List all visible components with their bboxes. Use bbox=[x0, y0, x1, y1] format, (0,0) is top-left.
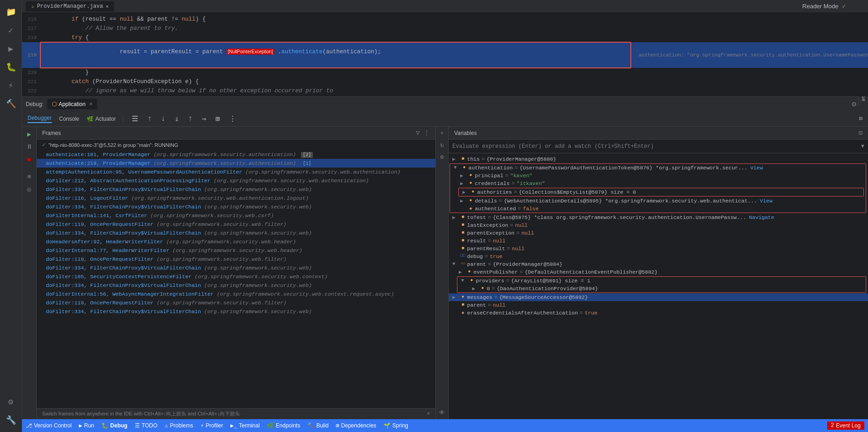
var-details[interactable]: ▶ ● details = {WebAuthenticationDetails@… bbox=[450, 197, 866, 205]
more-settings-btn[interactable]: ⋮ bbox=[228, 113, 237, 124]
expand-all-vars-icon[interactable]: ⊡ bbox=[859, 129, 862, 137]
var-providers[interactable]: ▼ ● providers = {ArrayList@5891} size = … bbox=[457, 277, 866, 285]
frame-item-14[interactable]: doFilter:105, SecurityContextPersistence… bbox=[37, 272, 435, 281]
eval-placeholder[interactable]: Evaluate expression (Enter) or add a wat… bbox=[452, 143, 654, 150]
run-to-cursor-btn[interactable]: ⇒ bbox=[201, 113, 207, 124]
step-out-btn[interactable]: ↑ bbox=[187, 114, 194, 124]
var-debug[interactable]: ▶ □□ debug = true bbox=[449, 252, 868, 260]
build-tool-btn[interactable]: 🔨 bbox=[3, 95, 19, 112]
frame-item-18[interactable]: doFilter:334, FilterChainProxy$VirtualFi… bbox=[37, 307, 435, 316]
dependencies-btn[interactable]: ⊞ Dependencies bbox=[336, 422, 376, 429]
var-parentresult[interactable]: ▶ ■ parentResult = null bbox=[449, 245, 868, 252]
expand-btn[interactable]: ⊡ bbox=[859, 115, 862, 122]
eval-expand-icon[interactable]: ▼ bbox=[861, 143, 864, 150]
var-authorities[interactable]: ▶ ● authorities = {Collections$EmptyList… bbox=[459, 188, 863, 196]
application-session-tab[interactable]: ⬡ Application ✕ bbox=[47, 99, 98, 109]
frame-item-0[interactable]: authenticate:181, ProviderManager (org.s… bbox=[37, 150, 435, 159]
todo-btn[interactable]: ☰ TODO bbox=[135, 422, 157, 429]
problems-btn[interactable]: ⚠ Problems bbox=[165, 422, 193, 429]
settings-icon[interactable]: ⚙ bbox=[852, 100, 857, 109]
run-btn[interactable]: ▶ Run bbox=[79, 422, 94, 429]
run-tool-btn[interactable]: ▶ bbox=[3, 40, 19, 57]
restore-watches-btn[interactable]: ↻ bbox=[438, 140, 447, 150]
frame-item-3[interactable]: doFilter:212, AbstractAuthenticationProc… bbox=[37, 176, 435, 185]
var-parent[interactable]: ▼ ○○ parent = {ProviderManager@5884} bbox=[449, 260, 868, 268]
settings-vars-btn[interactable]: ⚙ bbox=[438, 152, 447, 162]
profiler-btn[interactable]: ⚡ Profiler bbox=[200, 422, 223, 429]
project-tool-btn[interactable]: 📁 bbox=[3, 4, 19, 20]
var-provider-0[interactable]: ▶ ● 0 = {DaoAuthenticationProvider@5894} bbox=[457, 285, 866, 292]
var-authenticated[interactable]: ▶ ◆ authenticated = false bbox=[450, 205, 866, 213]
commit-tool-btn[interactable]: ✓ bbox=[3, 22, 19, 39]
filter-frames-icon[interactable]: ▽ bbox=[416, 129, 420, 137]
frame-item-2[interactable]: attemptAuthentication:95, UsernamePasswo… bbox=[37, 168, 435, 176]
debugger-tab[interactable]: Debugger bbox=[28, 115, 52, 123]
var-credentials[interactable]: ▶ ● credentials = "itkaven" bbox=[450, 180, 866, 187]
console-tab[interactable]: Console bbox=[59, 116, 79, 122]
force-step-into-btn[interactable]: ⇓ bbox=[174, 113, 180, 124]
pause-btn[interactable]: ⏸ bbox=[24, 141, 35, 152]
frame-item-17[interactable]: doFilter:119, OncePerRequestFilter (org.… bbox=[37, 298, 435, 307]
var-principal[interactable]: ▶ ● principal = "kaven" bbox=[450, 172, 866, 180]
frame-item-8[interactable]: doFilter:119, OncePerRequestFilter (org.… bbox=[37, 220, 435, 229]
frame-item-4[interactable]: doFilter:334, FilterChainProxy$VirtualFi… bbox=[37, 185, 435, 194]
var-erasecredentials[interactable]: ▶ ◆ eraseCredentialsAfterAuthentication … bbox=[449, 309, 868, 317]
frame-item-15[interactable]: doFilter:334, FilterChainProxy$VirtualFi… bbox=[37, 281, 435, 290]
frame-item-6[interactable]: doFilter:334, FilterChainProxy$VirtualFi… bbox=[37, 202, 435, 211]
frame-item-10[interactable]: doHeadersAfter:92, HeaderWriterFilter (o… bbox=[37, 237, 435, 246]
frame-item-5[interactable]: doFilter:116, LogoutFilter (org.springfr… bbox=[37, 194, 435, 202]
profiler-tool-btn[interactable]: ⚡ bbox=[3, 77, 19, 94]
var-icon-parentexception: ■ bbox=[460, 230, 466, 235]
mute-breakpoints-btn[interactable]: ⊗ bbox=[24, 171, 35, 182]
var-lastexception[interactable]: ▶ ■ lastException = null bbox=[449, 221, 868, 229]
frame-item-12[interactable]: doFilter:119, OncePerRequestFilter (org.… bbox=[37, 255, 435, 264]
var-totest[interactable]: ▶ ■ toTest = {Class@5875} *class org.spr… bbox=[449, 213, 868, 221]
evaluate-btn[interactable]: ⊞ bbox=[215, 113, 221, 124]
frames-header-right: ▽ ⋮ bbox=[416, 129, 430, 137]
spring-btn[interactable]: 🌱 Spring bbox=[384, 422, 408, 429]
eye-icon-btn[interactable]: 👁 bbox=[438, 408, 447, 417]
view-details-link[interactable]: View bbox=[760, 198, 773, 204]
view-authentication-link[interactable]: View bbox=[750, 165, 763, 171]
version-control-btn[interactable]: ⎇ Version Control bbox=[26, 422, 72, 429]
frame-item-11[interactable]: doFilterInternal:77, HeaderWriterFilter … bbox=[37, 246, 435, 255]
var-parent-null[interactable]: ▶ ■ parent = null bbox=[449, 301, 868, 309]
step-into-btn[interactable]: ↓ bbox=[160, 114, 167, 124]
frame-item-1[interactable]: authenticate:219, ProviderManager (org.s… bbox=[37, 159, 435, 168]
close-tab-icon[interactable]: ✕ bbox=[106, 4, 109, 9]
reader-mode-label[interactable]: Reader Mode bbox=[802, 3, 839, 10]
provider-manager-tab[interactable]: ☕ ProviderManager.java ✕ bbox=[26, 1, 114, 11]
var-this[interactable]: ▶ ■ this = {ProviderManager@5880} bbox=[449, 155, 868, 163]
settings-tool-btn[interactable]: ⚙ bbox=[3, 393, 19, 410]
debug-status-btn[interactable]: 🐛 Debug bbox=[101, 422, 127, 429]
stop-btn[interactable]: ■ bbox=[24, 154, 35, 165]
actuator-tab[interactable]: 🌿 Actuator bbox=[87, 116, 116, 122]
reader-mode-check[interactable]: ✓ bbox=[842, 2, 846, 10]
var-authentication[interactable]: ▼ ● authentication = {UsernamePasswordAu… bbox=[450, 164, 866, 172]
endpoints-btn[interactable]: 🌿 Endpoints bbox=[267, 422, 300, 429]
frame-item-9[interactable]: doFilter:334, FilterChainProxy$VirtualFi… bbox=[37, 229, 435, 237]
frame-item-16[interactable]: doFilterInternal:56, WebAsyncManagerInte… bbox=[37, 290, 435, 298]
more-frames-icon[interactable]: ⋮ bbox=[423, 129, 430, 137]
frame-item-13[interactable]: doFilter:334, FilterChainProxy$VirtualFi… bbox=[37, 264, 435, 272]
close-footer-icon[interactable]: ✕ bbox=[427, 410, 430, 416]
var-eventpublisher[interactable]: ▶ ● eventPublisher = {DefaultAuthenticat… bbox=[449, 268, 868, 276]
terminal-btn[interactable]: ▶_ Terminal bbox=[230, 422, 260, 429]
eval-bar[interactable]: Evaluate expression (Enter) or add a wat… bbox=[449, 140, 868, 153]
var-result[interactable]: ▶ ■ result = null bbox=[449, 237, 868, 245]
event-log-btn[interactable]: 2 Event Log bbox=[827, 421, 864, 430]
build-btn[interactable]: 🔨 Build bbox=[307, 422, 328, 429]
frames-list[interactable]: authenticate:181, ProviderManager (org.s… bbox=[37, 150, 435, 408]
var-messages[interactable]: ▶ ● messages = {MessageSourceAccessor@58… bbox=[449, 293, 868, 301]
debug-tool-btn[interactable]: 🐛 bbox=[3, 59, 19, 75]
view-breakpoints-btn[interactable]: ◎ bbox=[24, 184, 35, 195]
step-over-btn[interactable]: ↑ bbox=[146, 114, 153, 124]
frame-item-7[interactable]: doFilterInternal:141, CsrfFilter (org.sp… bbox=[37, 211, 435, 220]
var-parentexception[interactable]: ▶ ■ parentException = null bbox=[449, 229, 868, 237]
plugins-tool-btn[interactable]: 🔧 bbox=[3, 412, 19, 428]
navigate-totest-link[interactable]: Navigate bbox=[749, 214, 774, 220]
show-frames-btn[interactable]: ☰ bbox=[131, 113, 139, 124]
add-watch-btn[interactable]: + bbox=[438, 129, 447, 138]
session-close-icon[interactable]: ✕ bbox=[89, 101, 93, 107]
resume-btn[interactable]: ▶ bbox=[24, 129, 35, 140]
